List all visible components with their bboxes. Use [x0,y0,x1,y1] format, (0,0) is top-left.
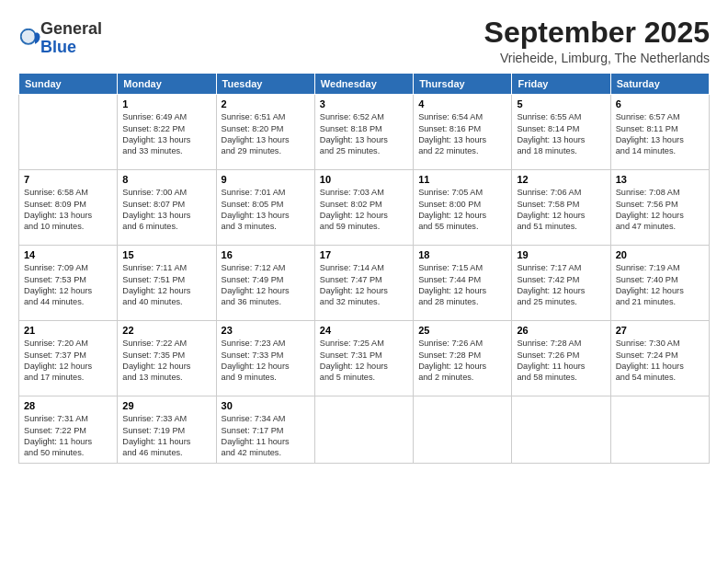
day-info: Sunrise: 7:22 AM Sunset: 7:35 PM Dayligh… [122,338,210,384]
day-info: Sunrise: 7:06 AM Sunset: 7:58 PM Dayligh… [517,187,605,233]
table-row: 4Sunrise: 6:54 AM Sunset: 8:16 PM Daylig… [414,95,512,170]
day-number: 24 [320,325,408,336]
table-row: 15Sunrise: 7:11 AM Sunset: 7:51 PM Dayli… [118,246,216,321]
day-info: Sunrise: 7:08 AM Sunset: 7:56 PM Dayligh… [616,187,704,233]
col-saturday: Saturday [610,74,709,95]
day-number: 2 [222,98,310,109]
day-info: Sunrise: 6:51 AM Sunset: 8:20 PM Dayligh… [222,111,310,157]
table-row: 13Sunrise: 7:08 AM Sunset: 7:56 PM Dayli… [610,170,709,246]
logo-general-text: General [40,19,102,38]
day-info: Sunrise: 7:28 AM Sunset: 7:26 PM Dayligh… [517,338,605,384]
table-row: 30Sunrise: 7:34 AM Sunset: 7:17 PM Dayli… [216,396,314,464]
table-row: 20Sunrise: 7:19 AM Sunset: 7:40 PM Dayli… [610,246,709,321]
day-number: 30 [222,400,310,411]
table-row: 28Sunrise: 7:31 AM Sunset: 7:22 PM Dayli… [19,396,118,464]
table-row: 12Sunrise: 7:06 AM Sunset: 7:58 PM Dayli… [512,170,610,246]
day-info: Sunrise: 7:00 AM Sunset: 8:07 PM Dayligh… [122,187,210,233]
day-number: 17 [320,249,408,260]
day-number: 15 [122,249,210,260]
logo-blue-text: Blue [40,38,76,56]
col-thursday: Thursday [414,74,512,95]
col-wednesday: Wednesday [314,74,413,95]
location: Vrieheide, Limburg, The Netherlands [484,51,710,65]
table-row: 6Sunrise: 6:57 AM Sunset: 8:11 PM Daylig… [610,95,709,170]
col-tuesday: Tuesday [216,74,314,95]
table-row: 9Sunrise: 7:01 AM Sunset: 8:05 PM Daylig… [216,170,314,246]
table-row: 23Sunrise: 7:23 AM Sunset: 7:33 PM Dayli… [216,321,314,396]
day-number: 28 [24,400,112,411]
day-info: Sunrise: 7:31 AM Sunset: 7:22 PM Dayligh… [24,413,112,459]
day-number: 12 [517,174,605,185]
month-title: September 2025 [484,17,710,49]
day-number: 1 [122,98,210,109]
day-number: 6 [616,98,704,109]
day-number: 18 [418,249,506,260]
table-row: 16Sunrise: 7:12 AM Sunset: 7:49 PM Dayli… [216,246,314,321]
calendar-header: Sunday Monday Tuesday Wednesday Thursday… [19,74,710,95]
table-row: 24Sunrise: 7:25 AM Sunset: 7:31 PM Dayli… [314,321,413,396]
day-info: Sunrise: 7:26 AM Sunset: 7:28 PM Dayligh… [418,338,506,384]
day-number: 27 [616,325,704,336]
day-info: Sunrise: 7:15 AM Sunset: 7:44 PM Dayligh… [418,262,506,308]
day-info: Sunrise: 7:11 AM Sunset: 7:51 PM Dayligh… [122,262,210,308]
table-row [512,396,610,464]
table-row: 19Sunrise: 7:17 AM Sunset: 7:42 PM Dayli… [512,246,610,321]
day-info: Sunrise: 7:30 AM Sunset: 7:24 PM Dayligh… [616,338,704,384]
day-number: 3 [320,98,408,109]
day-number: 16 [222,249,310,260]
calendar-table: Sunday Monday Tuesday Wednesday Thursday… [18,73,710,464]
table-row: 25Sunrise: 7:26 AM Sunset: 7:28 PM Dayli… [414,321,512,396]
day-info: Sunrise: 7:34 AM Sunset: 7:17 PM Dayligh… [222,413,310,459]
table-row: 11Sunrise: 7:05 AM Sunset: 8:00 PM Dayli… [414,170,512,246]
table-row [19,95,118,170]
day-number: 23 [222,325,310,336]
day-number: 29 [122,400,210,411]
table-row: 2Sunrise: 6:51 AM Sunset: 8:20 PM Daylig… [216,95,314,170]
logo: General Blue [18,20,102,57]
day-info: Sunrise: 7:33 AM Sunset: 7:19 PM Dayligh… [122,413,210,459]
day-number: 10 [320,174,408,185]
day-info: Sunrise: 7:09 AM Sunset: 7:53 PM Dayligh… [24,262,112,308]
table-row: 14Sunrise: 7:09 AM Sunset: 7:53 PM Dayli… [19,246,118,321]
day-info: Sunrise: 7:19 AM Sunset: 7:40 PM Dayligh… [616,262,704,308]
day-info: Sunrise: 7:14 AM Sunset: 7:47 PM Dayligh… [320,262,408,308]
day-number: 11 [418,174,506,185]
day-number: 20 [616,249,704,260]
title-block: September 2025 Vrieheide, Limburg, The N… [484,17,710,65]
table-row [610,396,709,464]
table-row: 18Sunrise: 7:15 AM Sunset: 7:44 PM Dayli… [414,246,512,321]
table-row: 26Sunrise: 7:28 AM Sunset: 7:26 PM Dayli… [512,321,610,396]
table-row: 5Sunrise: 6:55 AM Sunset: 8:14 PM Daylig… [512,95,610,170]
day-info: Sunrise: 6:49 AM Sunset: 8:22 PM Dayligh… [122,111,210,157]
day-number: 21 [24,325,112,336]
col-sunday: Sunday [19,74,118,95]
day-number: 25 [418,325,506,336]
day-number: 9 [222,174,310,185]
day-number: 19 [517,249,605,260]
day-info: Sunrise: 7:17 AM Sunset: 7:42 PM Dayligh… [517,262,605,308]
table-row: 10Sunrise: 7:03 AM Sunset: 8:02 PM Dayli… [314,170,413,246]
day-number: 13 [616,174,704,185]
col-monday: Monday [118,74,216,95]
day-info: Sunrise: 6:57 AM Sunset: 8:11 PM Dayligh… [616,111,704,157]
day-info: Sunrise: 7:03 AM Sunset: 8:02 PM Dayligh… [320,187,408,233]
day-number: 22 [122,325,210,336]
table-row: 29Sunrise: 7:33 AM Sunset: 7:19 PM Dayli… [118,396,216,464]
day-info: Sunrise: 6:58 AM Sunset: 8:09 PM Dayligh… [24,187,112,233]
table-row: 3Sunrise: 6:52 AM Sunset: 8:18 PM Daylig… [314,95,413,170]
table-row: 1Sunrise: 6:49 AM Sunset: 8:22 PM Daylig… [118,95,216,170]
day-number: 5 [517,98,605,109]
table-row [414,396,512,464]
table-row: 7Sunrise: 6:58 AM Sunset: 8:09 PM Daylig… [19,170,118,246]
day-info: Sunrise: 7:25 AM Sunset: 7:31 PM Dayligh… [320,338,408,384]
table-row: 22Sunrise: 7:22 AM Sunset: 7:35 PM Dayli… [118,321,216,396]
day-info: Sunrise: 7:12 AM Sunset: 7:49 PM Dayligh… [222,262,310,308]
table-row: 17Sunrise: 7:14 AM Sunset: 7:47 PM Dayli… [314,246,413,321]
calendar-page: General Blue September 2025 Vrieheide, L… [0,0,728,563]
day-info: Sunrise: 7:20 AM Sunset: 7:37 PM Dayligh… [24,338,112,384]
day-number: 7 [24,174,112,185]
day-info: Sunrise: 7:23 AM Sunset: 7:33 PM Dayligh… [222,338,310,384]
day-info: Sunrise: 6:54 AM Sunset: 8:16 PM Dayligh… [418,111,506,157]
table-row [314,396,413,464]
day-number: 8 [122,174,210,185]
